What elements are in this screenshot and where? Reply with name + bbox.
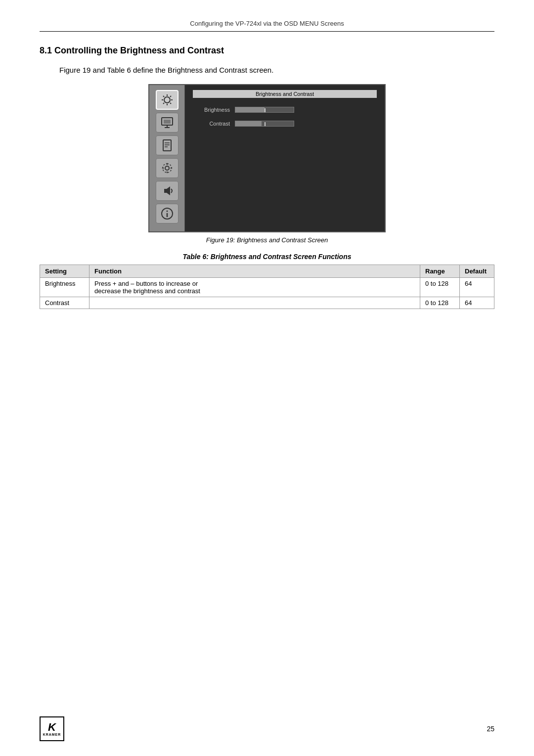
section-title: 8.1 Controlling the Brightness and Contr… xyxy=(40,45,494,56)
cell-range-brightness: 0 to 128 xyxy=(420,278,460,297)
osd-contrast-line xyxy=(265,122,266,126)
svg-point-22 xyxy=(166,211,168,212)
osd-contrast-label: Contrast xyxy=(193,121,230,127)
osd-brightness-bar xyxy=(235,107,294,113)
cell-default-contrast: 64 xyxy=(460,297,494,309)
page-header: Configuring the VP-724xl via the OSD MEN… xyxy=(40,20,494,32)
cell-function-brightness: Press + and – buttons to increase or dec… xyxy=(89,278,420,297)
osd-sidebar xyxy=(149,85,185,231)
svg-marker-20 xyxy=(167,186,170,195)
svg-line-7 xyxy=(170,96,171,97)
page-number: 25 xyxy=(487,725,494,733)
table-row: Contrast 0 to 128 64 xyxy=(40,297,494,309)
intro-text: Figure 19 and Table 6 define the Brightn… xyxy=(59,66,494,74)
osd-contrast-fill xyxy=(235,121,262,126)
kramer-brand-text: KRAMER xyxy=(43,733,61,736)
osd-icon-brightness xyxy=(156,90,178,110)
osd-brightness-label: Brightness xyxy=(193,107,230,113)
cell-range-contrast: 0 to 128 xyxy=(420,297,460,309)
cell-default-brightness: 64 xyxy=(460,278,494,297)
osd-brightness-fill xyxy=(235,107,265,112)
osd-title-bar: Brightness and Contrast xyxy=(193,90,377,98)
osd-brightness-row: Brightness xyxy=(193,107,377,113)
page-container: Configuring the VP-724xl via the OSD MEN… xyxy=(0,0,534,756)
figure-caption: Figure 19: Brightness and Contrast Scree… xyxy=(206,236,328,244)
col-header-range: Range xyxy=(420,265,460,278)
svg-line-6 xyxy=(170,103,171,104)
kramer-logo: K KRAMER xyxy=(40,716,64,741)
osd-brightness-line xyxy=(265,108,266,112)
cell-function-contrast xyxy=(89,297,420,309)
kramer-k-letter: K xyxy=(48,722,56,733)
figure-container: Brightness and Contrast Brightness Contr… xyxy=(40,84,494,244)
svg-rect-19 xyxy=(164,189,167,193)
section-title-text: Controlling the Brightness and Contrast xyxy=(54,45,224,55)
osd-screen: Brightness and Contrast Brightness Contr… xyxy=(148,84,386,232)
osd-icon-monitor xyxy=(156,113,178,133)
header-text: Configuring the VP-724xl via the OSD MEN… xyxy=(190,20,344,27)
osd-contrast-row: Contrast xyxy=(193,121,377,127)
functions-table: Setting Function Range Default Brightnes… xyxy=(40,265,494,309)
table-header-row: Setting Function Range Default xyxy=(40,265,494,278)
col-header-function: Function xyxy=(89,265,420,278)
table-row: Brightness Press + and – buttons to incr… xyxy=(40,278,494,297)
cell-setting-brightness: Brightness xyxy=(40,278,89,297)
osd-main-content: Brightness and Contrast Brightness Contr… xyxy=(185,85,385,231)
osd-icon-info xyxy=(156,204,178,223)
section-number: 8.1 xyxy=(40,45,52,55)
osd-contrast-bar xyxy=(235,121,294,127)
svg-point-17 xyxy=(165,166,169,170)
col-header-default: Default xyxy=(460,265,494,278)
svg-rect-12 xyxy=(164,120,171,124)
osd-icon-audio xyxy=(156,181,178,201)
osd-icon-settings xyxy=(156,158,178,178)
col-header-setting: Setting xyxy=(40,265,89,278)
page-footer: K KRAMER 25 xyxy=(40,716,494,741)
svg-line-5 xyxy=(163,96,164,97)
osd-icon-document xyxy=(156,135,178,155)
svg-line-8 xyxy=(163,103,164,104)
cell-setting-contrast: Contrast xyxy=(40,297,89,309)
svg-rect-18 xyxy=(163,164,172,173)
svg-point-0 xyxy=(164,97,170,103)
table-caption: Table 6: Brightness and Contrast Screen … xyxy=(40,253,494,261)
svg-rect-13 xyxy=(163,140,171,151)
